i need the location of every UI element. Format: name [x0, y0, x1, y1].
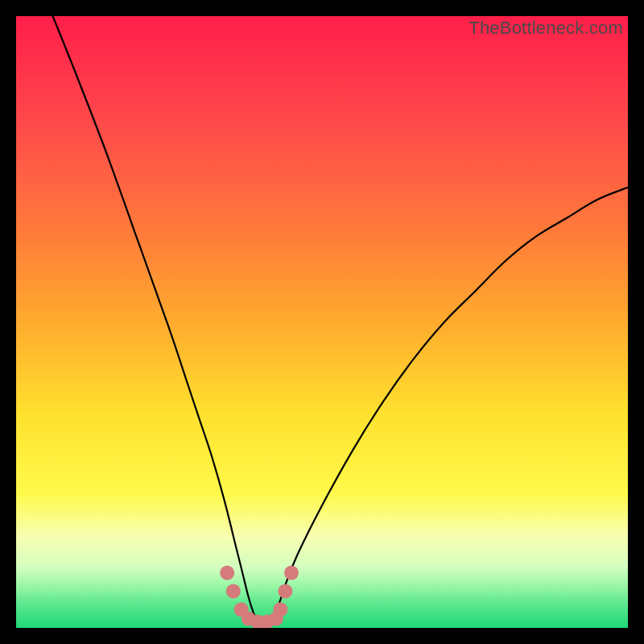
trough-marker — [220, 566, 234, 580]
trough-marker — [273, 602, 287, 617]
watermark-text: TheBottleneck.com — [469, 18, 623, 39]
trough-marker — [278, 584, 292, 598]
trough-markers — [220, 566, 299, 628]
chart-frame: TheBottleneck.com — [0, 0, 644, 644]
trough-marker — [226, 584, 241, 598]
plot-area: TheBottleneck.com — [16, 16, 628, 628]
trough-marker — [284, 566, 299, 580]
bottleneck-curve — [53, 16, 628, 622]
chart-svg — [16, 16, 628, 628]
